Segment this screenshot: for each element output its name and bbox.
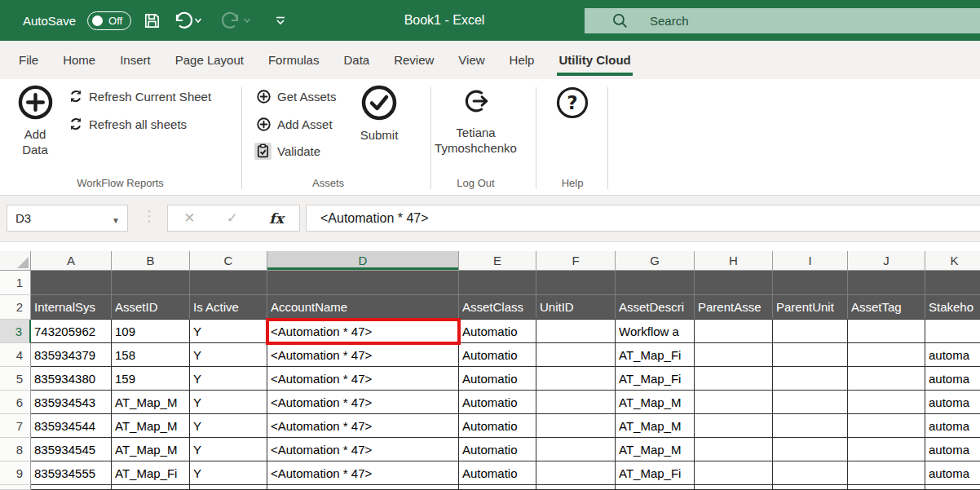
cell-C7[interactable]: Y bbox=[190, 414, 267, 438]
cell-D8[interactable]: <Automation * 47> bbox=[267, 438, 459, 461]
cell-B1[interactable] bbox=[112, 271, 190, 295]
cell-B9[interactable]: AT_Map_Fi bbox=[112, 461, 190, 485]
cell-C2[interactable]: Is Active bbox=[190, 295, 267, 320]
cell-I1[interactable] bbox=[773, 271, 848, 295]
cell-J4[interactable] bbox=[848, 343, 925, 367]
cell-H5[interactable] bbox=[695, 367, 773, 391]
cell-A9[interactable]: 835934555 bbox=[31, 461, 112, 485]
cell-G9[interactable]: AT_Map_Fi bbox=[616, 461, 695, 485]
cell-H9[interactable] bbox=[695, 461, 773, 485]
cell-E2[interactable]: AssetClass bbox=[459, 295, 536, 320]
cell-G7[interactable]: AT_Map_M bbox=[616, 414, 695, 438]
cell-D[interactable] bbox=[267, 485, 459, 490]
cell-E6[interactable]: Automatio bbox=[459, 391, 536, 414]
autosave-toggle[interactable]: Off bbox=[87, 11, 131, 30]
cell-J3[interactable] bbox=[848, 320, 925, 343]
cell-I7[interactable] bbox=[773, 414, 848, 438]
cell-G2[interactable]: AssetDescri bbox=[616, 295, 695, 320]
cell-F2[interactable]: UnitID bbox=[536, 295, 616, 320]
cell-I5[interactable] bbox=[773, 367, 848, 391]
cell-G1[interactable] bbox=[616, 271, 695, 295]
cell-K3[interactable] bbox=[925, 320, 980, 343]
row-header-4[interactable]: 4 bbox=[0, 343, 31, 367]
cell-F3[interactable] bbox=[536, 320, 616, 343]
cell-B4[interactable]: 158 bbox=[112, 343, 190, 367]
row-header-2[interactable]: 2 bbox=[0, 295, 31, 320]
refresh-all-sheets-button[interactable]: Refresh all sheets bbox=[68, 117, 187, 131]
cell-E[interactable] bbox=[459, 485, 536, 490]
column-header-C[interactable]: C bbox=[190, 251, 267, 271]
confirm-entry-icon[interactable]: ✓ bbox=[227, 210, 238, 227]
validate-button[interactable]: Validate bbox=[254, 143, 320, 160]
column-header-D[interactable]: D bbox=[267, 251, 459, 271]
cell-C6[interactable]: Y bbox=[190, 391, 267, 414]
row-header-1[interactable]: 1 bbox=[0, 271, 31, 295]
row-header-6[interactable]: 6 bbox=[0, 391, 31, 414]
cell-H8[interactable] bbox=[695, 438, 773, 461]
tab-insert[interactable]: Insert bbox=[108, 41, 163, 79]
cell-E5[interactable]: Automatio bbox=[459, 367, 536, 391]
tab-review[interactable]: Review bbox=[382, 41, 446, 79]
cell-D9[interactable]: <Automation * 47> bbox=[267, 461, 459, 485]
cell-C5[interactable]: Y bbox=[190, 367, 267, 391]
cell-B8[interactable]: AT_Map_M bbox=[112, 438, 190, 461]
cell-K2[interactable]: Stakeho bbox=[925, 295, 980, 320]
refresh-current-sheet-button[interactable]: Refresh Current Sheet bbox=[68, 89, 211, 104]
cell-D6[interactable]: <Automation * 47> bbox=[267, 391, 459, 414]
column-header-K[interactable]: K bbox=[925, 251, 980, 271]
tab-data[interactable]: Data bbox=[331, 41, 382, 79]
cell-B2[interactable]: AssetID bbox=[112, 295, 190, 320]
get-assets-button[interactable]: Get Assets bbox=[256, 89, 337, 104]
cell-F4[interactable] bbox=[536, 343, 616, 367]
cell-J2[interactable]: AssetTag bbox=[848, 295, 925, 320]
cell-C[interactable] bbox=[190, 485, 267, 490]
cell-C8[interactable]: Y bbox=[190, 438, 267, 461]
cell-J7[interactable] bbox=[848, 414, 925, 438]
cell-H3[interactable] bbox=[695, 320, 773, 343]
cell-K7[interactable]: automa bbox=[925, 414, 980, 438]
insert-function-icon[interactable]: fx bbox=[269, 210, 283, 227]
tab-home[interactable]: Home bbox=[51, 41, 108, 79]
cell-J1[interactable] bbox=[848, 271, 925, 295]
select-all-corner[interactable] bbox=[0, 251, 31, 271]
cell-J9[interactable] bbox=[848, 461, 925, 485]
cell-E7[interactable]: Automatio bbox=[459, 414, 536, 438]
cell-I2[interactable]: ParentUnit bbox=[773, 295, 848, 320]
cell-I9[interactable] bbox=[773, 461, 848, 485]
column-header-E[interactable]: E bbox=[459, 251, 536, 271]
cell-C1[interactable] bbox=[190, 271, 267, 295]
cell-A5[interactable]: 835934380 bbox=[31, 367, 112, 391]
cell-F7[interactable] bbox=[536, 414, 616, 438]
cell-A3[interactable]: 743205962 bbox=[31, 320, 112, 343]
column-header-A[interactable]: A bbox=[31, 251, 112, 271]
submit-button[interactable]: Submit bbox=[353, 83, 405, 143]
cell-K1[interactable] bbox=[925, 271, 980, 295]
column-header-I[interactable]: I bbox=[773, 251, 848, 271]
cell-B7[interactable]: AT_Map_M bbox=[112, 414, 190, 438]
help-button[interactable]: ? bbox=[553, 85, 592, 121]
cell-H1[interactable] bbox=[695, 271, 773, 295]
cell-I6[interactable] bbox=[773, 391, 848, 414]
logout-user-button[interactable]: Tetiana Tymoshchenko bbox=[421, 86, 531, 156]
cell-K5[interactable]: automa bbox=[925, 367, 980, 391]
row-header-7[interactable]: 7 bbox=[0, 414, 31, 438]
cell-B[interactable] bbox=[112, 485, 190, 490]
cell-F8[interactable] bbox=[536, 438, 616, 461]
cell-D1[interactable] bbox=[267, 271, 459, 295]
cell-B3[interactable]: 109 bbox=[112, 320, 190, 343]
formula-input[interactable]: <Automation * 47> bbox=[306, 205, 980, 232]
cell-I4[interactable] bbox=[773, 343, 848, 367]
name-box[interactable]: D3 ▼ bbox=[7, 205, 128, 232]
cell-G4[interactable]: AT_Map_Fi bbox=[616, 343, 695, 367]
cell-A4[interactable]: 835934379 bbox=[31, 343, 112, 367]
row-header-8[interactable]: 8 bbox=[0, 438, 31, 461]
cell-G6[interactable]: AT_Map_M bbox=[616, 391, 695, 414]
cell-F9[interactable] bbox=[536, 461, 616, 485]
tab-page-layout[interactable]: Page Layout bbox=[163, 41, 256, 79]
cell-C9[interactable]: Y bbox=[190, 461, 267, 485]
cell-B6[interactable]: AT_Map_M bbox=[112, 391, 190, 414]
cell-F1[interactable] bbox=[536, 271, 616, 295]
cell-G3[interactable]: Workflow a bbox=[616, 320, 695, 343]
cell-I8[interactable] bbox=[773, 438, 848, 461]
cell-A2[interactable]: InternalSys bbox=[31, 295, 112, 320]
